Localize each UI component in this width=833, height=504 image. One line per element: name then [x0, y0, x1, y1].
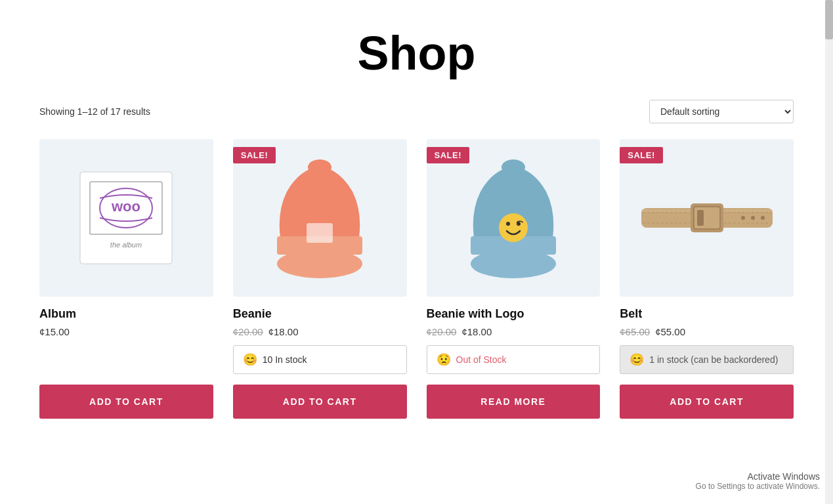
- sale-badge-belt: SALE!: [620, 147, 663, 163]
- price-original-beanie-with-logo: ¢20.00: [427, 326, 457, 337]
- results-count: Showing 1–12 of 17 results: [39, 106, 150, 117]
- sale-badge-beanie-with-logo: SALE!: [427, 147, 470, 163]
- price-wrapper-album: ¢15.00: [39, 326, 213, 337]
- sort-select[interactable]: Default sortingSort by popularitySort by…: [649, 100, 794, 123]
- svg-point-21: [751, 216, 755, 220]
- product-image-beanie[interactable]: SALE!: [233, 139, 407, 297]
- svg-point-13: [506, 222, 510, 226]
- product-card-beanie: SALE!Beanie¢20.00¢18.00😊10 In stockADD T…: [233, 139, 407, 419]
- price-wrapper-beanie-with-logo: ¢20.00¢18.00: [427, 326, 601, 337]
- svg-point-8: [308, 159, 331, 175]
- happy-face-icon: 😊: [243, 352, 257, 367]
- svg-rect-19: [697, 210, 704, 226]
- scrollbar[interactable]: [825, 0, 833, 458]
- scrollbar-thumb[interactable]: [825, 0, 833, 39]
- price-current-beanie: ¢18.00: [268, 326, 299, 337]
- add-to-cart-button-belt[interactable]: ADD TO CART: [620, 385, 794, 419]
- page-title: Shop: [39, 0, 794, 100]
- product-name-belt[interactable]: Belt: [620, 307, 794, 321]
- stock-text-beanie-with-logo: Out of Stock: [456, 354, 507, 365]
- product-name-beanie-with-logo[interactable]: Beanie with Logo: [427, 307, 601, 321]
- svg-text:woo: woo: [111, 198, 140, 215]
- products-grid: woo the album Album¢15.00ADD TO CART SAL…: [39, 139, 794, 419]
- product-image-album[interactable]: woo the album: [39, 139, 213, 297]
- stock-text-beanie: 10 In stock: [263, 354, 307, 365]
- price-current-album: ¢15.00: [39, 326, 70, 337]
- product-image-belt[interactable]: SALE!: [620, 139, 794, 297]
- shop-toolbar: Showing 1–12 of 17 results Default sorti…: [39, 100, 794, 123]
- product-name-album[interactable]: Album: [39, 307, 213, 321]
- price-current-belt: ¢55.00: [655, 326, 685, 337]
- backorder-icon: 😊: [630, 352, 644, 367]
- price-current-beanie-with-logo: ¢18.00: [461, 326, 492, 337]
- price-original-belt: ¢65.00: [620, 326, 650, 337]
- price-wrapper-beanie: ¢20.00¢18.00: [233, 326, 407, 337]
- product-image-beanie-with-logo[interactable]: SALE!: [427, 139, 601, 297]
- spacer-album: [39, 345, 213, 385]
- product-card-album: woo the album Album¢15.00ADD TO CART: [39, 139, 213, 419]
- stock-badge-beanie-with-logo: 😟Out of Stock: [427, 345, 601, 374]
- svg-point-12: [499, 213, 528, 242]
- stock-badge-belt: 😊1 in stock (can be backordered): [620, 345, 794, 374]
- product-name-beanie[interactable]: Beanie: [233, 307, 407, 321]
- svg-point-22: [761, 216, 765, 220]
- read-more-button-beanie-with-logo[interactable]: READ MORE: [427, 385, 601, 419]
- svg-rect-0: [80, 172, 172, 264]
- stock-text-belt: 1 in stock (can be backordered): [649, 354, 778, 365]
- product-card-belt: SALE!Belt¢65.00¢55.00😊1 in stock (can be…: [620, 139, 794, 419]
- svg-point-11: [502, 159, 525, 175]
- add-to-cart-button-beanie[interactable]: ADD TO CART: [233, 385, 407, 419]
- price-wrapper-belt: ¢65.00¢55.00: [620, 326, 794, 337]
- svg-point-20: [741, 216, 745, 220]
- product-card-beanie-with-logo: SALE!Beanie with Logo¢20.00¢18.00😟Out of…: [427, 139, 601, 419]
- svg-text:the album: the album: [110, 241, 142, 249]
- svg-rect-7: [307, 223, 333, 243]
- sad-face-icon: 😟: [437, 352, 451, 367]
- price-original-beanie: ¢20.00: [233, 326, 263, 337]
- sale-badge-beanie: SALE!: [233, 147, 276, 163]
- add-to-cart-button-album[interactable]: ADD TO CART: [39, 385, 213, 419]
- stock-badge-beanie: 😊10 In stock: [233, 345, 407, 374]
